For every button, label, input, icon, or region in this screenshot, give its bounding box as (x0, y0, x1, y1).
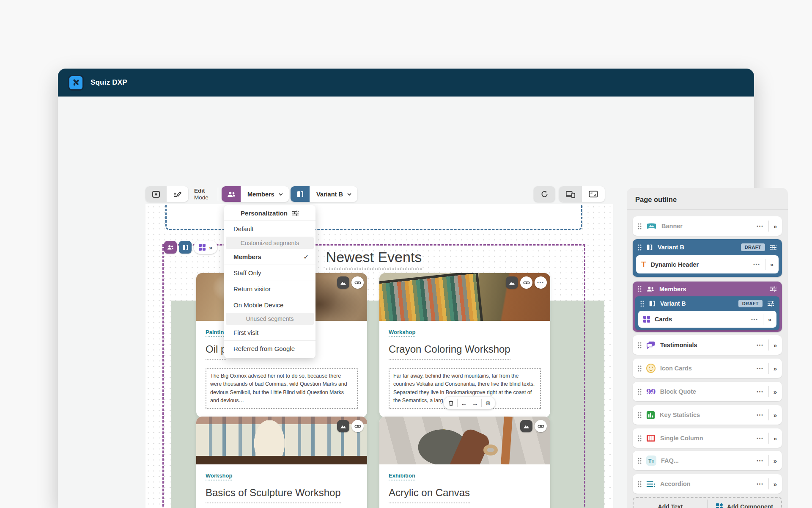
expand-icon[interactable]: » (209, 244, 212, 251)
sliders-icon[interactable] (770, 244, 777, 251)
more-icon[interactable]: ••• (757, 389, 764, 394)
devices-button[interactable] (559, 186, 582, 202)
more-icon[interactable]: ••• (757, 224, 764, 229)
expand-icon[interactable]: » (774, 412, 777, 418)
fullwidth-button[interactable] (582, 186, 605, 202)
drag-handle-icon[interactable] (640, 301, 644, 307)
card-category[interactable]: Workshop (206, 472, 232, 480)
row-label: Accordion (660, 480, 691, 487)
outline-row-dynamic-header[interactable]: T Dynamic Header ••• » (636, 255, 779, 273)
outline-row-icon-cards[interactable]: Icon Cards ••• » (633, 359, 782, 378)
variant-badge[interactable] (179, 241, 192, 254)
card-image[interactable] (379, 417, 550, 464)
drag-handle-icon[interactable] (638, 244, 642, 251)
menu-item-staff-only[interactable]: Staff Only (224, 265, 315, 281)
expand-icon[interactable]: » (774, 389, 777, 395)
outline-row-key-statistics[interactable]: Key Statistics ••• » (633, 405, 782, 425)
link-icon[interactable] (351, 276, 364, 289)
expand-icon[interactable]: » (768, 316, 771, 323)
image-icon[interactable] (337, 420, 349, 432)
add-component-button[interactable]: Add Component (708, 498, 781, 508)
outline-members-group[interactable]: Members Variant B DRAFT Ca (633, 282, 782, 332)
variant-pages-icon (646, 244, 653, 251)
outline-row-banner[interactable]: Banner ••• » (633, 216, 782, 236)
device-preview-toggle[interactable] (559, 186, 605, 202)
card-category[interactable]: Workshop (389, 329, 415, 337)
card-image[interactable] (196, 417, 367, 464)
expand-icon[interactable]: » (774, 342, 777, 348)
drag-handle-icon[interactable] (638, 458, 642, 464)
expand-icon[interactable]: » (774, 365, 777, 372)
sliders-icon[interactable] (770, 286, 777, 292)
members-segment-badge[interactable] (164, 241, 177, 254)
outline-row-testimonials[interactable]: Testimonials ••• » (633, 335, 782, 355)
link-icon[interactable] (520, 276, 532, 289)
section-heading[interactable]: Newest Events (326, 249, 422, 270)
variant-selector[interactable]: Variant B (291, 186, 357, 202)
add-text-button[interactable]: Add Text (634, 498, 707, 508)
event-card[interactable]: Exhibition Acrylic on Canvas Which roast… (379, 417, 550, 508)
expand-icon[interactable]: » (774, 458, 777, 464)
more-icon[interactable]: ••• (757, 343, 764, 348)
cards-component-pill[interactable]: » (194, 240, 217, 254)
expand-icon[interactable]: » (774, 481, 777, 487)
card-category[interactable]: Exhibition (389, 472, 415, 480)
outline-row-faq[interactable]: Tт FAQ... ••• » (633, 451, 782, 470)
outline-row-cards[interactable]: Cards ••• » (638, 311, 776, 328)
move-right-icon[interactable]: → (469, 398, 480, 409)
edit-mode-button[interactable] (167, 186, 188, 202)
drag-handle-icon[interactable] (638, 435, 642, 442)
drag-handle-icon[interactable] (638, 342, 642, 348)
card-image[interactable]: ••• (379, 273, 550, 321)
columns-icon (646, 434, 656, 442)
expand-icon[interactable]: » (774, 223, 777, 229)
menu-item-members[interactable]: Members ✓ (224, 249, 315, 265)
menu-item-referred-google[interactable]: Referred from Google (224, 341, 315, 356)
sliders-icon[interactable] (767, 301, 774, 307)
more-icon[interactable]: ••• (757, 436, 764, 441)
refresh-button[interactable] (534, 186, 555, 202)
drag-handle-icon[interactable] (638, 412, 642, 418)
drag-handle-icon[interactable] (638, 481, 642, 487)
more-icon[interactable]: ••• (535, 276, 547, 289)
card-title[interactable]: Oil p (206, 343, 226, 360)
more-icon[interactable]: ••• (757, 366, 764, 371)
card-title[interactable]: Acrylic on Canvas (389, 487, 470, 503)
outline-row-accordion[interactable]: Accordion ••• » (633, 474, 782, 494)
outline-variant-b-group[interactable]: Variant B DRAFT T Dynamic Header ••• » (633, 239, 782, 277)
card-title[interactable]: Crayon Coloring Workshop (389, 343, 510, 360)
card-title[interactable]: Basics of Sculpture Workshop (206, 487, 341, 503)
menu-item-return-visitor[interactable]: Return visitor (224, 281, 315, 297)
view-mode-toggle[interactable] (145, 186, 188, 202)
drag-handle-icon[interactable] (638, 365, 642, 372)
outline-row-single-column[interactable]: Single Column ••• » (633, 428, 782, 448)
drag-handle-icon[interactable] (638, 389, 642, 395)
add-icon[interactable]: ⊕ (483, 398, 494, 409)
move-left-icon[interactable]: ← (458, 398, 469, 409)
more-icon[interactable]: ••• (757, 413, 764, 417)
more-icon[interactable]: ••• (757, 482, 764, 486)
image-icon[interactable] (337, 276, 349, 289)
link-icon[interactable] (535, 420, 547, 432)
drag-handle-icon[interactable] (638, 223, 642, 229)
link-icon[interactable] (351, 420, 364, 432)
menu-item-first-visit[interactable]: First visit (224, 325, 315, 341)
card-body-text[interactable]: The Big Oxmox advised her not to do so, … (206, 368, 358, 409)
preview-mode-button[interactable] (145, 186, 167, 202)
image-icon[interactable] (506, 276, 518, 289)
more-icon[interactable]: ••• (751, 317, 758, 322)
menu-item-on-mobile[interactable]: On Mobile Device (224, 297, 315, 313)
outline-members-variant-b[interactable]: Variant B DRAFT Cards ••• » (635, 296, 779, 330)
more-icon[interactable]: ••• (753, 262, 760, 267)
expand-icon[interactable]: » (770, 261, 774, 268)
outline-row-block-quote[interactable]: 99 Block Quote ••• » (633, 382, 782, 401)
image-icon[interactable] (520, 420, 532, 432)
event-card[interactable]: ••• Workshop Crayon Coloring Workshop Fa… (379, 273, 550, 417)
drag-handle-icon[interactable] (638, 286, 642, 292)
segment-selector[interactable]: Members (222, 186, 289, 202)
expand-icon[interactable]: » (774, 435, 777, 442)
menu-item-default[interactable]: Default (224, 221, 315, 237)
delete-icon[interactable] (445, 398, 456, 409)
event-card[interactable]: Workshop Basics of Sculpture Workshop Th… (196, 417, 367, 508)
more-icon[interactable]: ••• (757, 458, 764, 463)
